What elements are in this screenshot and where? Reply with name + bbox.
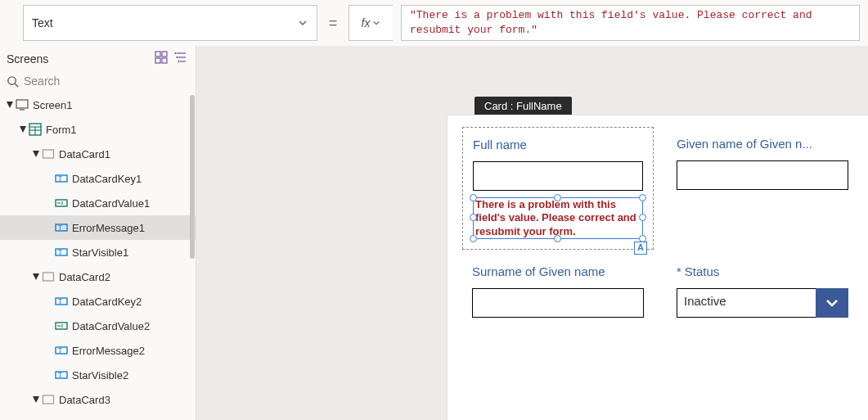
- accessibility-tag[interactable]: A: [634, 242, 647, 255]
- tree-view-icon[interactable]: [174, 51, 187, 66]
- chevron-down-icon: [372, 19, 380, 27]
- tree-item-label: DataCardKey1: [72, 173, 142, 185]
- selection-badge: Card : FullName: [474, 97, 572, 115]
- card-label: *Status: [677, 264, 848, 278]
- equals-sign: =: [326, 5, 340, 41]
- givenname-input[interactable]: [677, 160, 848, 190]
- svg-marker-42: [33, 396, 39, 403]
- valuebox-icon: [54, 318, 69, 333]
- svg-rect-13: [16, 100, 28, 108]
- svg-marker-20: [33, 151, 39, 157]
- svg-text:T: T: [58, 372, 62, 379]
- svg-point-7: [175, 53, 176, 54]
- textbox-icon: T: [54, 368, 69, 382]
- tree-item-starvisible1[interactable]: TStarVisible1: [0, 240, 196, 264]
- svg-rect-32: [43, 273, 54, 281]
- canvas-area[interactable]: Card : FullName Full name There is a pro…: [196, 46, 868, 420]
- formula-input[interactable]: "There is a problem with this field's va…: [401, 5, 860, 41]
- svg-point-9: [178, 61, 179, 62]
- search-row[interactable]: Search: [0, 71, 196, 93]
- textbox-icon: T: [54, 294, 69, 309]
- tree-item-label: Screen1: [33, 99, 72, 111]
- fullname-input[interactable]: [473, 161, 643, 191]
- surname-input[interactable]: [472, 288, 644, 318]
- property-dropdown-value: Text: [32, 16, 53, 29]
- scrollbar-thumb[interactable]: [190, 95, 195, 259]
- tree-item-screen1[interactable]: Screen1: [0, 93, 196, 117]
- textbox-icon: T: [54, 220, 69, 235]
- required-asterisk: *: [677, 264, 681, 278]
- resize-handle[interactable]: [554, 194, 561, 201]
- tree-item-datacardkey1[interactable]: TDataCardKey1: [0, 166, 196, 191]
- tree-item-label: DataCardValue1: [72, 197, 150, 210]
- chevron-down-icon: [825, 296, 839, 310]
- tree-item-errormessage1[interactable]: TErrorMessage1: [0, 215, 196, 240]
- card-givenname[interactable]: Given name of Given n...: [677, 137, 848, 240]
- textbox-icon: T: [54, 171, 69, 186]
- error-message-selected[interactable]: There is a problem with this field's val…: [473, 197, 643, 239]
- svg-rect-1: [162, 52, 167, 56]
- grid-view-icon[interactable]: [155, 51, 168, 66]
- fx-button[interactable]: fx: [349, 5, 393, 41]
- tree-item-label: DataCard2: [59, 271, 110, 283]
- tree-item-datacardkey2[interactable]: TDataCardKey2: [0, 289, 196, 314]
- form-grid: Full name There is a problem with this f…: [447, 115, 868, 339]
- status-dropdown-button[interactable]: [816, 288, 848, 318]
- svg-rect-21: [43, 150, 54, 158]
- card-status[interactable]: *Status Inactive: [677, 264, 848, 318]
- card-icon: [41, 147, 56, 161]
- tree-item-label: ErrorMessage2: [72, 345, 145, 357]
- svg-marker-12: [7, 102, 13, 108]
- textbox-icon: T: [54, 245, 69, 260]
- tree-caret-icon[interactable]: [31, 151, 41, 157]
- status-value: Inactive: [677, 288, 816, 318]
- svg-line-11: [15, 84, 18, 87]
- tree-item-label: StarVisible1: [72, 246, 128, 259]
- formula-bar: Text = fx "There is a problem with this …: [0, 0, 868, 46]
- main-split: Screens Search Screen1Form1DataCard1TDat…: [0, 46, 868, 420]
- form-artboard[interactable]: Full name There is a problem with this f…: [447, 115, 868, 420]
- status-label-text: Status: [685, 264, 720, 278]
- tree-caret-icon[interactable]: [18, 126, 28, 133]
- textbox-icon: T: [54, 343, 69, 358]
- card-surname[interactable]: Surname of Given name: [472, 264, 644, 318]
- tree-item-label: DataCard3: [59, 394, 110, 406]
- tree-item-errormessage2[interactable]: TErrorMessage2: [0, 338, 196, 363]
- resize-handle[interactable]: [639, 194, 646, 201]
- tree-item-label: ErrorMessage1: [72, 222, 145, 234]
- error-message-text: There is a problem with this field's val…: [475, 198, 636, 237]
- tree-item-datacard3[interactable]: DataCard3: [0, 387, 196, 412]
- search-placeholder: Search: [24, 75, 60, 88]
- chevron-down-icon: [297, 17, 308, 29]
- tree-caret-icon[interactable]: [31, 273, 41, 280]
- valuebox-icon: [54, 196, 69, 210]
- svg-text:T: T: [58, 224, 62, 232]
- resize-handle[interactable]: [470, 194, 477, 201]
- tree-caret-icon[interactable]: [5, 102, 15, 108]
- svg-text:T: T: [58, 298, 62, 305]
- resize-handle[interactable]: [639, 214, 646, 221]
- svg-marker-15: [20, 126, 26, 133]
- tree-item-datacardvalue1[interactable]: DataCardValue1: [0, 191, 196, 215]
- tree-item-datacard1[interactable]: DataCard1: [0, 142, 196, 166]
- svg-rect-0: [155, 52, 160, 56]
- card-icon: [41, 392, 56, 407]
- resize-handle[interactable]: [470, 235, 477, 242]
- svg-point-10: [8, 76, 16, 84]
- svg-text:T: T: [58, 249, 62, 256]
- tree-item-starvisible2[interactable]: TStarVisible2: [0, 363, 196, 387]
- svg-rect-3: [162, 58, 167, 63]
- property-dropdown[interactable]: Text: [23, 5, 317, 41]
- resize-handle[interactable]: [554, 235, 561, 242]
- screens-panel-header: Screens: [0, 46, 196, 71]
- svg-point-8: [177, 57, 178, 58]
- tree-view: Screen1Form1DataCard1TDataCardKey1DataCa…: [0, 93, 196, 420]
- svg-rect-43: [43, 395, 54, 404]
- tree-caret-icon[interactable]: [31, 396, 41, 403]
- tree-item-datacard2[interactable]: DataCard2: [0, 264, 196, 289]
- tree-item-form1[interactable]: Form1: [0, 117, 196, 142]
- card-fullname[interactable]: Full name There is a problem with this f…: [462, 127, 654, 250]
- status-dropdown[interactable]: Inactive: [677, 288, 848, 318]
- tree-item-datacardvalue2[interactable]: DataCardValue2: [0, 314, 196, 338]
- svg-marker-31: [33, 273, 39, 280]
